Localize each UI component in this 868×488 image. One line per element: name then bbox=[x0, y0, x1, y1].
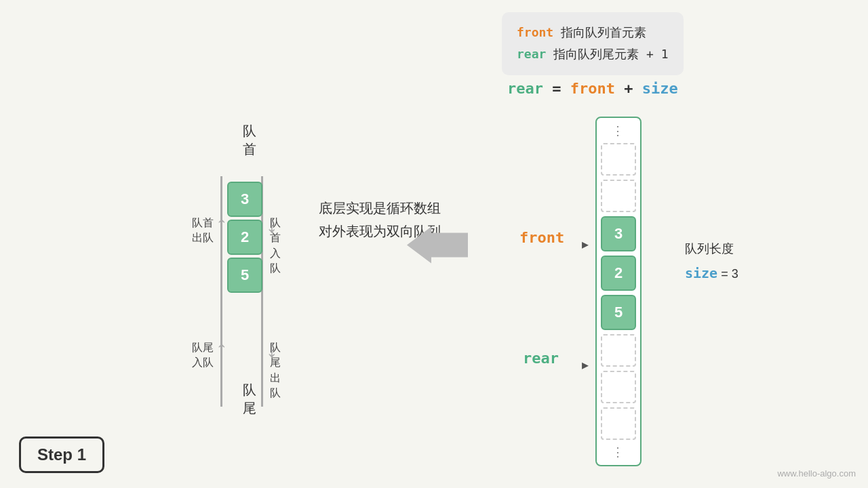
step-label: Step 1 bbox=[37, 445, 86, 464]
array-top-dots: ⋮ bbox=[612, 121, 626, 141]
tail-in-arrow: ↑ bbox=[216, 335, 228, 363]
legend-front-keyword: front bbox=[517, 25, 553, 39]
legend-rear-desc: 指向队列尾元素 + 1 bbox=[553, 47, 668, 61]
array-cell-3: 3 bbox=[601, 216, 636, 251]
array-cell-empty-4 bbox=[601, 371, 636, 403]
queue-cell-2: 5 bbox=[227, 258, 262, 293]
tail-in-label: 队尾入队 bbox=[163, 340, 214, 371]
array-cell-5: 5 bbox=[601, 295, 636, 330]
legend-line1: front 指向队列首元素 bbox=[517, 22, 669, 43]
svg-marker-0 bbox=[407, 227, 468, 264]
step-badge: Step 1 bbox=[19, 436, 104, 473]
array-bottom-dots: ⋮ bbox=[612, 442, 626, 462]
formula-size: size bbox=[642, 80, 678, 97]
queue-head-top-label: 队首 bbox=[243, 122, 256, 159]
head-out-arrow: ↑ bbox=[216, 210, 228, 239]
legend-rear-keyword: rear bbox=[517, 47, 546, 61]
array-cell-2: 2 bbox=[601, 256, 636, 291]
array-cell-empty-3 bbox=[601, 334, 636, 367]
queue-length-formula: size = 3 bbox=[685, 260, 738, 286]
array-cell-empty-5 bbox=[601, 407, 636, 440]
queue-cell-0: 3 bbox=[227, 182, 262, 217]
queue-tail-bottom-label: 队尾 bbox=[243, 381, 256, 418]
formula-plus: + bbox=[624, 80, 642, 97]
center-line1: 底层实现是循环数组 bbox=[319, 197, 441, 220]
front-pointer-label: front bbox=[519, 229, 564, 246]
tail-out-arrow: ↓ bbox=[266, 335, 278, 363]
head-out-label: 队首出队 bbox=[163, 216, 214, 246]
array-cell-empty-1 bbox=[601, 143, 636, 176]
queue-cell-1: 2 bbox=[227, 220, 262, 255]
size-eq: = 3 bbox=[721, 267, 738, 281]
array-cell-empty-2 bbox=[601, 180, 636, 212]
formula-rear: rear bbox=[507, 80, 543, 97]
formula-front: front bbox=[570, 80, 615, 97]
rear-pointer-arrow: ▸ bbox=[582, 357, 589, 373]
legend-front-desc: 指向队列首元素 bbox=[561, 25, 646, 39]
size-keyword: size bbox=[685, 265, 717, 281]
legend-line2: rear 指向队列尾元素 + 1 bbox=[517, 43, 669, 65]
watermark: www.hello-algo.com bbox=[777, 468, 856, 479]
queue-cells: 3 2 5 bbox=[227, 182, 267, 293]
circular-array: ⋮ 3 2 5 ⋮ bbox=[595, 117, 642, 466]
legend-box: front 指向队列首元素 rear 指向队列尾元素 + 1 bbox=[502, 12, 684, 75]
front-pointer-arrow: ▸ bbox=[582, 236, 589, 252]
big-left-arrow bbox=[407, 226, 468, 264]
head-in-arrow: ↓ bbox=[266, 210, 278, 239]
rear-pointer-label: rear bbox=[523, 350, 559, 367]
formula-eq: = bbox=[552, 80, 570, 97]
formula: rear = front + size bbox=[507, 80, 678, 97]
queue-length-info: 队列长度 size = 3 bbox=[685, 237, 738, 286]
queue-length-label: 队列长度 bbox=[685, 237, 738, 260]
